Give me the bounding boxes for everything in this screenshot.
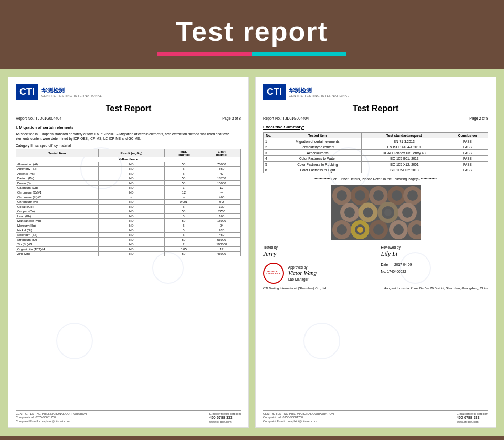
table-row: Chromium (VI) ND 0.001 0.2 [16, 200, 241, 205]
summary-table: No. Tested item Test standard/request Co… [263, 132, 488, 173]
table-row: Cobalt (Co) ND 5 130 [16, 205, 241, 209]
cti-box-left: CTI [16, 84, 38, 100]
date-row: Date 2017-04-09 [381, 263, 489, 266]
item-cell: Azocolourants [274, 150, 362, 156]
col-limit: Limit(mg/kg) [203, 149, 240, 157]
item-cell: Arsenic (As) [16, 171, 99, 176]
date-value: 2017-04-09 [394, 263, 412, 267]
mdl-cell: 5 [165, 223, 203, 228]
cti-text-right: 华测检测 CENTRE TESTING INTERNATIONAL [289, 87, 349, 98]
table-row: Organic tin (TBT)#4 ND 0.05 12 [16, 247, 241, 252]
no-cell: 5 [264, 162, 274, 167]
table-row: Arsenic (As) ND 5 47 [16, 171, 241, 176]
col-standard: Test standard/request [361, 133, 447, 138]
date-label: Date [381, 263, 388, 266]
right-page-no: Page 2 of 8 [469, 116, 488, 120]
item-cell: Migration of certain elements [274, 138, 362, 144]
right-footer-website: www.cti-cert.com [457, 420, 488, 423]
right-footer-complaint-email: Complaint E-mail: complaint@cti-cert.com [263, 420, 334, 423]
standard-cell: EN 71-3:2013 [361, 138, 447, 144]
right-doc-meta: Report No.: TJD01G004404 Page 2 of 8 [263, 116, 488, 122]
item-cell: Aluminium (Al) [16, 162, 99, 167]
mdl-cell: 2 [165, 242, 203, 247]
left-report-no: Report No.: TJD01G004404 [16, 116, 61, 120]
limit-cell: -- [203, 190, 240, 195]
limit-cell: 460 [203, 233, 240, 238]
conclusion-cell: PASS [447, 156, 488, 162]
cyan-bar [252, 52, 346, 56]
left-doc-title: Test Report [16, 104, 241, 113]
item-cell: Strontium (Sr) [16, 238, 99, 242]
table-row: 1 Migration of certain elements EN 71-3:… [264, 138, 488, 144]
company-footer: CTI Testing International (Shenzhen) Co.… [263, 287, 327, 290]
left-doc-meta: Report No.: TJD01G004404 Page 3 of 8 [16, 116, 241, 122]
table-row: Cadmium (Cd) ND 1 17 [16, 186, 241, 190]
limit-cell: 47 [203, 171, 240, 176]
no-cell: 3 [264, 150, 274, 156]
footer-hotline: 400-6788-333 [209, 416, 241, 420]
table-row: 6 Color Fastness to Light ISO 105-B02: 2… [264, 167, 488, 173]
item-cell: Chromium (Cr)#1 [16, 190, 99, 195]
limit-cell: 930 [203, 228, 240, 233]
left-doc-footer: CENTRE TESTING INTERNATIONAL CORPORATION… [16, 410, 241, 423]
standard-cell: REACH annex XVII entry 43 [361, 150, 447, 156]
decorative-bars [10, 52, 494, 56]
right-footer-col-company: CENTRE TESTING INTERNATIONAL CORPORATION… [263, 412, 334, 423]
right-report-no: Report No.: TJD01G004404 [263, 116, 309, 120]
limit-cell: 7700 [203, 209, 240, 214]
result-cell: ND [98, 233, 165, 238]
subcategory-row: Yellow fleece [16, 157, 241, 162]
section1-text: As specified in European standard on saf… [16, 132, 241, 141]
footer-email: E-mail:info@cti-cert.com [209, 412, 241, 415]
table-row: Boron (B) ND 50 15000 [16, 181, 241, 186]
sig-row-1: Tested by Jerry Reviewed by Lily Li [263, 245, 488, 257]
col-conclusion: Conclusion [447, 133, 488, 138]
tested-by-sig: Jerry [263, 249, 371, 256]
footer-col-company: CENTRE TESTING INTERNATIONAL CORPORATION… [16, 412, 87, 423]
conclusion-cell: PASS [447, 150, 488, 156]
limit-cell: 180000 [203, 242, 240, 247]
result-cell: ND [98, 190, 165, 195]
limit-cell: 130 [203, 205, 240, 209]
footer-website: www.cti-cert.com [209, 420, 241, 423]
item-cell: Zinc (Zn) [16, 252, 99, 256]
table-row: Nickel (Ni) ND 5 930 [16, 228, 241, 233]
no-cell: 1 [264, 138, 274, 144]
result-cell: ND [98, 205, 165, 209]
footer-complaint-email: Complaint E-mail: complaint@cti-cert.com [16, 420, 87, 423]
limit-cell: 560 [203, 167, 240, 171]
table-row: 4 Color Fastness to Water ISO 105-E01: 2… [264, 156, 488, 162]
item-cell: Chromium (III)#2 [16, 195, 99, 200]
right-footer-email: E-mail:info@cti-cert.com [457, 412, 488, 415]
conclusion-cell: PASS [447, 167, 488, 173]
item-cell: Color Fastness to Rubbing [274, 162, 362, 167]
left-document-panel: CTI 华测检测 CENTRE TESTING INTERNATIONAL Te… [8, 77, 249, 428]
table-row: Chromium (Cr)#1 ND 0.2 -- [16, 190, 241, 195]
result-cell: ND [98, 252, 165, 256]
reviewed-by-sig: Lily Li [381, 249, 489, 256]
cti-chinese-left: 华测检测 [41, 87, 102, 94]
cert-no-row: No. 1740466522 [381, 270, 489, 273]
mdl-cell: 50 [165, 162, 203, 167]
table-row: 2 Formaldehyde content EN ISO 14184-1:20… [264, 144, 488, 150]
cti-chinese-right: 华测检测 [289, 87, 349, 94]
mdl-cell: 5 [165, 214, 203, 219]
limit-cell: 46000 [203, 252, 240, 256]
table-row: 5 Color Fastness to Rubbing ISO 105-X12:… [264, 162, 488, 167]
content-area: CTI 华测检测 CENTRE TESTING INTERNATIONAL Te… [0, 69, 504, 436]
signature-area: Tested by Jerry Reviewed by Lily Li TEST… [263, 245, 488, 290]
mdl-cell: 50 [165, 252, 203, 256]
right-footer-hotline: 400-6788-333 [457, 416, 488, 420]
item-cell: Copper (Cu) [16, 209, 99, 214]
table-row: Selenium (Se) ND 5 460 [16, 233, 241, 238]
result-cell: ND [98, 186, 165, 190]
item-cell: Cobalt (Co) [16, 205, 99, 209]
reviewed-by-label: Reviewed by [381, 245, 401, 249]
left-page-no: Page 3 of 8 [222, 116, 241, 120]
mdl-cell: 50 [165, 181, 203, 186]
limit-cell: 56000 [203, 238, 240, 242]
limit-cell: 70000 [203, 162, 240, 167]
tested-by-col: Tested by Jerry [263, 245, 371, 257]
page-header: Test report [0, 0, 504, 69]
cti-logo: CTI 华测检测 CENTRE TESTING INTERNATIONAL [16, 84, 241, 100]
